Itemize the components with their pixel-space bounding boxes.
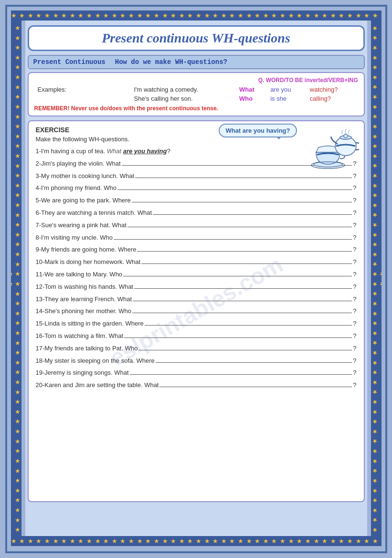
header-rule-box: Present Continuous How do we make WH-que… (28, 55, 365, 69)
example-1-wh: What (237, 85, 267, 94)
question-mark: ? (353, 331, 356, 341)
answer-line (134, 288, 352, 289)
question-mark: ? (353, 356, 356, 366)
list-item: 19-Jeremy is singing songs. What? (36, 368, 357, 378)
item-sentence: 19-Jeremy is singing songs. What (36, 368, 129, 378)
examples-label-cell: Examples: (35, 85, 131, 103)
item-sentence: 18-My sister is sleeping on the sofa. Wh… (36, 356, 155, 366)
item-sentence: 12-Tom is washing his hands. What (36, 282, 133, 292)
item-sentence: 17-My friends are talking to Pat. Who (36, 344, 138, 354)
answer-line (133, 301, 352, 301)
grammar-rule: Q. WORD/TO BE inverted/VERB+ING (34, 77, 358, 84)
item-sentence: 1-I'm having a cup of tea. What are you … (36, 147, 170, 157)
question-mark: ? (353, 344, 356, 354)
answer-line (159, 387, 352, 387)
exercise-area: eslprintables.com EXERCISE What are you … (28, 120, 365, 502)
item-sentence: 8-I'm visiting my uncle. Who (36, 233, 113, 243)
list-item: 4-I'm phoning my friend. Who? (36, 183, 357, 193)
list-item: 18-My sister is sleeping on the sofa. Wh… (36, 356, 357, 366)
item-sentence: 15-Linda is sitting in the garden. Where (36, 319, 144, 329)
speech-bubble: What are you having? (219, 124, 297, 137)
answer-line (132, 313, 352, 313)
answer-line (137, 251, 352, 252)
item-sentence: 2-Jim's playing the violin. What (36, 159, 121, 169)
example-2-wh: Who (237, 95, 267, 103)
list-item: 12-Tom is washing his hands. What? (36, 282, 357, 292)
star-border-bottom: ★ ★ ★ ★ ★ ★ ★ ★ ★ ★ ★ ★ ★ ★ ★ ★ ★ ★ ★ ★ … (11, 536, 381, 546)
answer-line (130, 374, 352, 375)
question-mark: ? (353, 380, 356, 390)
list-item: 9-My friends are going home. Where? (36, 245, 357, 255)
star-border-right: ★ ★ ★ ★ ★ ★ ★ ★ ★ ★ ★ ★ ★ ★ ★ ★ ★ ★ ★ ★ … (371, 20, 381, 538)
item-sentence: 10-Mark is doing her homework. What (36, 257, 141, 267)
answer-line (117, 190, 352, 190)
answer-line (156, 362, 352, 363)
header-title: Present Continuous (33, 58, 106, 66)
list-item: 10-Mark is doing her homework. What? (36, 257, 357, 267)
example-2-aux: is she (268, 95, 307, 103)
item-sentence: 6-They are watching a tennis match. What (36, 208, 152, 218)
answer-line (124, 337, 352, 338)
list-item: 15-Linda is sitting in the garden. Where… (36, 319, 357, 329)
answer-line (135, 178, 352, 178)
question-mark: ? (353, 368, 356, 378)
example-1-aux: are you (268, 85, 307, 94)
question-mark: ? (353, 257, 356, 267)
question-mark: ? (353, 208, 356, 218)
question-mark: ? (353, 295, 356, 305)
item-sentence: 7-Sue's wearing a pink hat. What (36, 221, 127, 231)
item-sentence: 14-She's phoning her mother. Who (36, 306, 132, 316)
question-mark: ? (353, 319, 356, 329)
answer-line (132, 202, 352, 202)
exercise-items: 1-I'm having a cup of tea. What are you … (36, 147, 357, 390)
list-item: 8-I'm visiting my uncle. Who? (36, 233, 357, 243)
list-item: 3-My mother is cooking lunch. What? (36, 171, 357, 181)
question-mark: ? (353, 221, 356, 231)
svg-point-4 (344, 134, 348, 138)
answer-line (127, 227, 352, 227)
example-2-verb: calling? (307, 95, 357, 103)
list-item: 6-They are watching a tennis match. What… (36, 208, 357, 218)
page-title: Present continuous WH-questions (102, 31, 290, 45)
answer-line (153, 214, 352, 215)
question-mark: ? (353, 183, 356, 193)
teapot-illustration (302, 126, 359, 169)
star-border-top: ★ ★ ★ ★ ★ ★ ★ ★ ★ ★ ★ ★ ★ ★ ★ ★ ★ ★ ★ ★ … (11, 11, 381, 21)
question-mark: ? (353, 270, 356, 280)
item-sentence: 3-My mother is cooking lunch. What (36, 171, 135, 181)
header-question: How do we make WH-questions? (115, 58, 227, 66)
title-box: Present continuous WH-questions (28, 25, 365, 51)
question-mark: ? (353, 171, 356, 181)
remember-text: REMEMBER! Never use do/does with the pre… (34, 105, 358, 112)
item-sentence: 4-I'm phoning my friend. Who (36, 183, 117, 193)
item-sentence: 11-We are talking to Mary. Who (36, 270, 123, 280)
example-2-sentence: She's calling her son. (132, 95, 236, 103)
example-1-sentence: I'm watching a comedy. (132, 85, 236, 94)
question-mark: ? (353, 245, 356, 255)
answer-line (141, 263, 352, 264)
item-sentence: 16-Tom is watching a film. What (36, 331, 124, 341)
examples-label: Examples: (38, 86, 67, 93)
inner-content: Present continuous WH-questions Present … (25, 21, 367, 536)
answer-line (145, 325, 352, 326)
question-mark: ? (353, 233, 356, 243)
item-sentence: 13-They are learning French. What (36, 295, 132, 305)
question-mark: ? (353, 196, 356, 206)
answer-line (114, 239, 352, 240)
question-mark: ? (353, 282, 356, 292)
question-mark: ? (353, 306, 356, 316)
grammar-box: Q. WORD/TO BE inverted/VERB+ING Examples… (28, 72, 365, 116)
list-item: 20-Karen and Jim are setting the table. … (36, 380, 357, 390)
star-border-left: ★ ★ ★ ★ ★ ★ ★ ★ ★ ★ ★ ★ ★ ★ ★ ★ ★ ★ ★ ★ … (11, 20, 21, 538)
answer-line (138, 350, 352, 350)
grammar-table: Examples: I'm watching a comedy. What ar… (34, 84, 358, 104)
list-item: 11-We are talking to Mary. Who? (36, 270, 357, 280)
list-item: 7-Sue's wearing a pink hat. What? (36, 221, 357, 231)
list-item: 17-My friends are talking to Pat. Who? (36, 344, 357, 354)
page: ★ ★ ★ ★ ★ ★ ★ ★ ★ ★ ★ ★ ★ ★ ★ ★ ★ ★ ★ ★ … (5, 5, 387, 553)
answer-line (123, 276, 352, 276)
list-item: 5-We are going to the park. Where? (36, 196, 357, 206)
list-item: 14-She's phoning her mother. Who? (36, 306, 357, 316)
item-sentence: 20-Karen and Jim are setting the table. … (36, 380, 159, 390)
list-item: 13-They are learning French. What? (36, 295, 357, 305)
